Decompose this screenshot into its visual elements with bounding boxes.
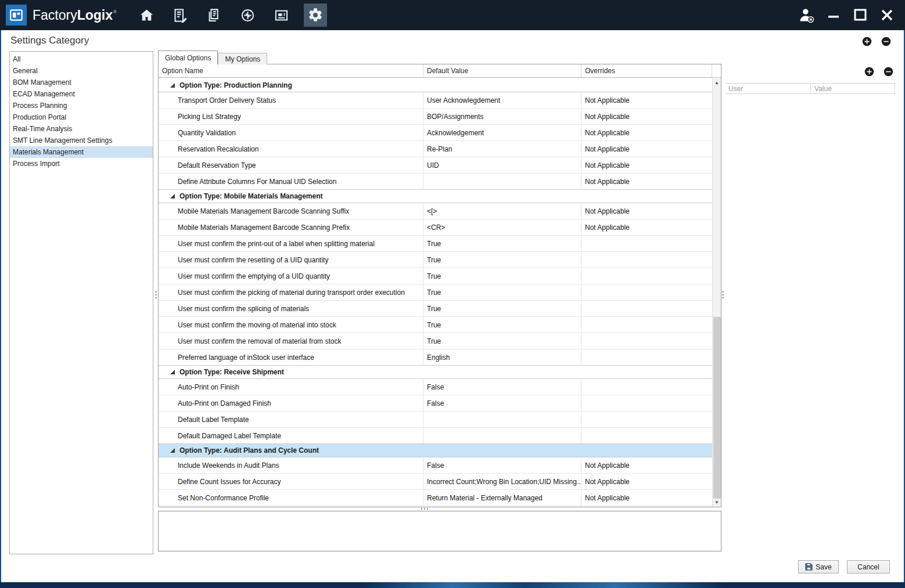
collapse-triangle-icon[interactable] (170, 83, 175, 88)
sidebar-item-process-import[interactable]: Process Import (10, 158, 153, 169)
cell-overrides[interactable]: Not Applicable (581, 92, 712, 108)
process-engineering-icon[interactable] (203, 3, 226, 27)
group-row-option-type-audit-plans-and-cycle-count[interactable]: Option Type: Audit Plans and Cycle Count (159, 443, 712, 457)
cell-default-value[interactable]: False (423, 395, 581, 411)
cell-overrides[interactable]: Not Applicable (581, 174, 712, 189)
sidebar-item-materials-management[interactable]: Materials Management (10, 146, 153, 158)
option-row-default-damaged-label-template[interactable]: Default Damaged Label Template (159, 428, 712, 444)
cell-default-value[interactable]: False (423, 379, 581, 395)
planning-icon[interactable] (169, 3, 192, 27)
sidebar-item-smt-line-management-settings[interactable]: SMT Line Management Settings (10, 135, 153, 146)
cell-overrides[interactable]: Not Applicable (581, 109, 712, 124)
cell-default-value[interactable]: False (423, 457, 581, 473)
cell-option-name[interactable]: User must confirm the moving of material… (159, 317, 423, 333)
cell-overrides[interactable] (581, 236, 712, 251)
cell-option-name[interactable]: Define Attribute Columns For Manual UID … (159, 174, 423, 189)
reports-icon[interactable] (270, 3, 293, 27)
panel-splitter-handle[interactable] (722, 291, 724, 300)
cell-default-value[interactable]: English (423, 349, 581, 365)
tab-my-options[interactable]: My Options (218, 53, 267, 64)
cell-overrides[interactable] (581, 333, 712, 349)
sidebar-item-all[interactable]: All (10, 53, 153, 65)
cell-overrides[interactable] (581, 412, 712, 427)
cell-overrides[interactable]: Not Applicable (581, 490, 712, 506)
cell-default-value[interactable] (423, 174, 581, 189)
cell-option-name[interactable]: User must confirm the picking of materia… (159, 284, 423, 300)
cell-overrides[interactable]: Not Applicable (581, 474, 712, 489)
cell-option-name[interactable]: User must confirm the print-out of a lab… (159, 236, 423, 251)
cell-default-value[interactable]: BOP/Assignments (423, 109, 581, 124)
override-add-button[interactable] (864, 67, 874, 77)
home-icon[interactable] (135, 3, 159, 27)
sidebar-splitter-handle[interactable] (155, 291, 157, 300)
option-row-user-must-confirm-the-splicing-of-materials[interactable]: User must confirm the splicing of materi… (159, 301, 712, 317)
cell-option-name[interactable]: Include Weekends in Audit Plans (159, 457, 423, 473)
cell-option-name[interactable]: Preferred language of inStock user inter… (159, 349, 423, 365)
sidebar-item-process-planning[interactable]: Process Planning (10, 100, 153, 111)
settings-gear-icon[interactable] (304, 3, 327, 27)
column-header-overrides[interactable]: Overrides (581, 64, 712, 77)
cell-overrides[interactable] (581, 379, 712, 395)
override-column-header-user[interactable]: User (725, 84, 811, 93)
cell-default-value[interactable] (423, 428, 581, 443)
group-row-option-type-receive-shipment[interactable]: Option Type: Receive Shipment (159, 365, 712, 379)
option-row-user-must-confirm-the-emptying-of-a-uid-quantity[interactable]: User must confirm the emptying of a UID … (159, 268, 712, 284)
cell-overrides[interactable] (581, 317, 712, 333)
cell-overrides[interactable]: Not Applicable (581, 219, 712, 235)
cell-option-name[interactable]: Default Label Template (159, 412, 423, 427)
option-row-define-attribute-columns-for-manual-uid-selection[interactable]: Define Attribute Columns For Manual UID … (159, 174, 712, 190)
cell-option-name[interactable]: Define Count Issues for Accuracy (159, 474, 423, 489)
cell-overrides[interactable] (581, 252, 712, 268)
cell-overrides[interactable] (581, 301, 712, 316)
option-row-user-must-confirm-the-picking-of-material-during-transport-order-execution[interactable]: User must confirm the picking of materia… (159, 284, 712, 301)
option-row-mobile-materials-management-barcode-scanning-prefix[interactable]: Mobile Materials Management Barcode Scan… (159, 219, 712, 236)
cell-overrides[interactable] (581, 395, 712, 411)
grid-scrollbar[interactable]: ▲ ▼ (712, 78, 721, 507)
maximize-button[interactable] (852, 6, 869, 24)
cell-overrides[interactable] (581, 268, 712, 284)
description-splitter-handle[interactable] (421, 508, 430, 510)
option-row-user-must-confirm-the-print-out-of-a-label-when-splitting-material[interactable]: User must confirm the print-out of a lab… (159, 236, 712, 252)
scroll-down-icon[interactable]: ▼ (713, 498, 721, 507)
cell-option-name[interactable]: Default Reservation Type (159, 157, 423, 173)
group-row-option-type-production-planning[interactable]: Option Type: Production Planning (159, 78, 712, 92)
option-row-preferred-language-of-instock-user-interface[interactable]: Preferred language of inStock user inter… (159, 349, 712, 366)
option-row-user-must-confirm-the-removal-of-material-from-stock[interactable]: User must confirm the removal of materia… (159, 333, 712, 349)
sidebar-item-real-time-analysis[interactable]: Real-Time Analysis (10, 123, 153, 135)
cell-overrides[interactable]: Not Applicable (581, 125, 712, 140)
cell-option-name[interactable]: User must confirm the resetting of a UID… (159, 252, 423, 268)
cell-overrides[interactable] (581, 428, 712, 443)
cell-default-value[interactable]: Re-Plan (423, 141, 581, 157)
sidebar-item-production-portal[interactable]: Production Portal (10, 111, 153, 123)
production-icon[interactable] (236, 3, 260, 27)
cell-overrides[interactable]: Not Applicable (581, 157, 712, 173)
cell-option-name[interactable]: User must confirm the removal of materia… (159, 333, 423, 349)
override-remove-button[interactable] (884, 67, 893, 77)
cell-option-name[interactable]: Transport Order Delivery Status (159, 92, 423, 108)
collapse-triangle-icon[interactable] (170, 448, 175, 453)
cell-overrides[interactable]: Not Applicable (581, 203, 712, 219)
close-button[interactable] (878, 6, 896, 24)
cell-option-name[interactable]: Quantity Validation (159, 125, 423, 140)
tab-global-options[interactable]: Global Options (158, 50, 218, 64)
option-row-reservation-recalculation[interactable]: Reservation RecalculationRe-PlanNot Appl… (159, 141, 712, 157)
option-row-default-label-template[interactable]: Default Label Template (159, 412, 712, 428)
scrollbar-thumb[interactable] (713, 317, 721, 499)
column-header-option-name[interactable]: Option Name (159, 64, 423, 77)
option-row-auto-print-on-damaged-finish[interactable]: Auto-Print on Damaged FinishFalse (159, 395, 712, 412)
cell-overrides[interactable]: Not Applicable (581, 457, 712, 473)
group-row-option-type-mobile-materials-management[interactable]: Option Type: Mobile Materials Management (159, 189, 712, 203)
cell-default-value[interactable]: UID (423, 157, 581, 173)
cell-default-value[interactable]: Return Material - Externally Managed (423, 490, 581, 506)
cell-option-name[interactable]: Auto-Print on Finish (159, 379, 423, 395)
option-row-set-non-conformance-profile[interactable]: Set Non-Conformance ProfileReturn Materi… (159, 490, 712, 506)
minimize-button[interactable] (825, 6, 842, 24)
collapse-triangle-icon[interactable] (170, 370, 175, 374)
cell-option-name[interactable]: Mobile Materials Management Barcode Scan… (159, 219, 423, 235)
cell-default-value[interactable]: True (423, 333, 581, 349)
cancel-button[interactable]: Cancel (847, 560, 890, 573)
column-header-default-value[interactable]: Default Value (423, 64, 581, 77)
logoff-user-icon[interactable] (797, 6, 816, 24)
cell-option-name[interactable]: Set Non-Conformance Profile (159, 490, 423, 506)
option-row-transport-order-delivery-status[interactable]: Transport Order Delivery StatusUser Ackn… (159, 92, 712, 109)
